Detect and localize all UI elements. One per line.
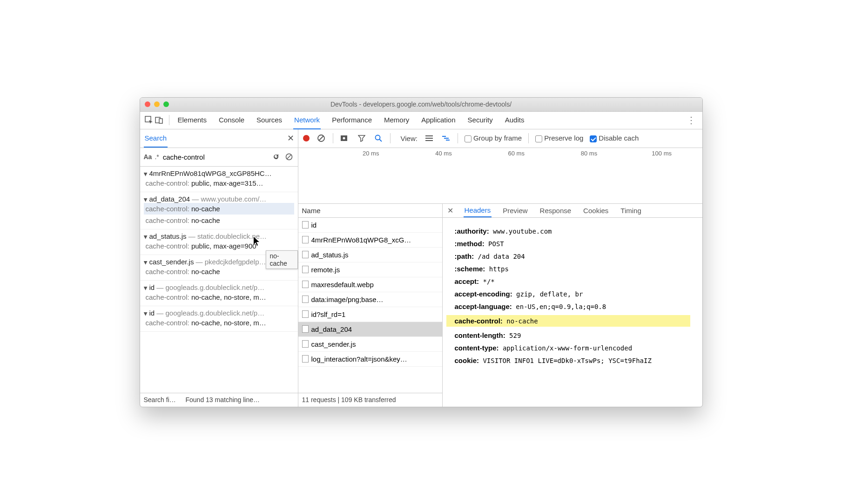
titlebar: DevTools - developers.google.com/web/too…	[140, 98, 702, 112]
group-by-frame-checkbox[interactable]: Group by frame	[465, 134, 522, 142]
header-row[interactable]: cookie: VISITOR_INFO1_LIVE=dDk0-xTswPs; …	[455, 356, 690, 364]
close-details-icon[interactable]: ✕	[447, 206, 453, 215]
header-row[interactable]: :authority: www.youtube.com	[455, 227, 690, 235]
panel-tab-application[interactable]: Application	[420, 111, 456, 129]
details-tab-response[interactable]: Response	[539, 204, 573, 217]
more-icon[interactable]: ⋮	[684, 114, 699, 126]
search-result-line[interactable]: cache-control: no-cache, no-store, m…	[144, 291, 294, 303]
file-icon	[302, 266, 309, 273]
network-timeline[interactable]: 20 ms40 ms60 ms80 ms100 ms	[298, 148, 702, 204]
filter-icon[interactable]	[357, 133, 367, 143]
request-row[interactable]: data:image/png;base…	[298, 292, 442, 307]
panel-tab-sources[interactable]: Sources	[256, 111, 283, 129]
header-value: no-cache	[503, 317, 538, 325]
header-value: application/x-www-form-urlencoded	[499, 344, 633, 352]
search-tab-label[interactable]: Search	[144, 129, 168, 148]
search-result-group[interactable]: id — googleads.g.doubleclick.net/p…cache…	[140, 306, 298, 332]
devtools-toolbar: ElementsConsoleSourcesNetworkPerformance…	[140, 112, 702, 129]
device-toolbar-icon[interactable]	[154, 115, 164, 125]
search-result-line[interactable]: cache-control: no-cache, no-store, m…	[144, 317, 294, 329]
request-row[interactable]: id?slf_rd=1	[298, 307, 442, 322]
search-result-line[interactable]: cache-control: public, max-age=315…	[144, 177, 294, 189]
request-name: ad_status.js	[311, 251, 349, 259]
search-result-line[interactable]: cache-control: no-cache	[144, 203, 294, 215]
header-value: VISITOR_INFO1_LIVE=dDk0-xTswPs; YSC=t9Fh…	[479, 357, 652, 364]
request-row[interactable]: remote.js	[298, 262, 442, 277]
request-name: 4mrRnEPnWo81qWPG8_xcG…	[311, 236, 411, 244]
header-row[interactable]: accept-encoding: gzip, deflate, br	[455, 290, 690, 298]
screenshot-icon[interactable]	[340, 133, 350, 143]
search-result-file[interactable]: ad_data_204 — www.youtube.com/…	[144, 195, 294, 203]
timeline-tick: 100 ms	[652, 150, 672, 157]
refresh-icon[interactable]	[271, 152, 281, 162]
request-list-header[interactable]: Name	[298, 204, 442, 218]
clear-network-icon[interactable]	[316, 133, 326, 143]
search-result-line[interactable]: cache-control: no-cache	[144, 215, 294, 226]
search-icon[interactable]	[373, 133, 384, 143]
details-tabs: ✕ HeadersPreviewResponseCookiesTiming	[443, 204, 702, 218]
panel-tab-network[interactable]: Network	[293, 111, 321, 129]
panel-tab-performance[interactable]: Performance	[331, 111, 373, 129]
network-search-drawer: Search ✕ Aa .* 4mrRnEPnWo81qWPG8_xcGP85H…	[140, 129, 298, 407]
search-result-group[interactable]: ad_data_204 — www.youtube.com/…cache-con…	[140, 192, 298, 229]
header-row[interactable]: cache-control: no-cache	[446, 315, 690, 327]
inspect-element-icon[interactable]	[144, 115, 154, 125]
search-result-group[interactable]: id — googleads.g.doubleclick.net/p…cache…	[140, 281, 298, 306]
request-row[interactable]: ad_status.js	[298, 248, 442, 262]
file-icon	[302, 310, 309, 318]
search-result-file[interactable]: id — googleads.g.doubleclick.net/p…	[144, 309, 294, 317]
large-rows-icon[interactable]	[424, 133, 434, 143]
header-row[interactable]: content-type: application/x-www-form-url…	[455, 344, 690, 352]
header-row[interactable]: :scheme: https	[455, 265, 690, 273]
timeline-tick: 80 ms	[581, 150, 597, 157]
request-details: ✕ HeadersPreviewResponseCookiesTiming :a…	[443, 204, 702, 407]
match-case-toggle[interactable]: Aa	[144, 153, 152, 161]
details-tab-preview[interactable]: Preview	[502, 204, 528, 217]
timeline-tick: 20 ms	[363, 150, 379, 157]
request-row[interactable]: log_interaction?alt=json&key…	[298, 352, 442, 367]
regex-toggle[interactable]: .*	[155, 153, 159, 161]
details-tab-timing[interactable]: Timing	[620, 204, 642, 217]
search-result-file[interactable]: 4mrRnEPnWo81qWPG8_xcGP85HC…	[144, 169, 294, 177]
waterfall-view-icon[interactable]	[441, 133, 451, 143]
search-input[interactable]	[162, 151, 268, 162]
header-key: cache-control:	[455, 317, 503, 325]
svg-line-4	[287, 155, 291, 159]
header-row[interactable]: content-length: 529	[455, 331, 690, 339]
request-row[interactable]: 4mrRnEPnWo81qWPG8_xcG…	[298, 233, 442, 248]
header-key: :method:	[455, 240, 485, 248]
panel-tab-elements[interactable]: Elements	[177, 111, 208, 129]
record-button[interactable]	[303, 135, 310, 141]
clear-icon[interactable]	[284, 152, 294, 162]
search-results: 4mrRnEPnWo81qWPG8_xcGP85HC…cache-control…	[140, 167, 298, 393]
header-key: accept-language:	[455, 302, 512, 310]
details-tab-cookies[interactable]: Cookies	[582, 204, 609, 217]
svg-point-8	[343, 137, 345, 140]
close-icon[interactable]: ✕	[287, 133, 294, 143]
file-icon	[302, 221, 309, 228]
header-row[interactable]: :path: /ad_data_204	[455, 252, 690, 260]
header-row[interactable]: :method: POST	[455, 240, 690, 248]
search-result-file[interactable]: id — googleads.g.doubleclick.net/p…	[144, 283, 294, 291]
request-row[interactable]: ad_data_204	[298, 322, 442, 337]
panel-tab-security[interactable]: Security	[467, 111, 494, 129]
preserve-log-checkbox[interactable]: Preserve log	[535, 134, 583, 142]
header-row[interactable]: accept-language: en-US,en;q=0.9,la;q=0.8	[455, 302, 690, 310]
request-row[interactable]: cast_sender.js	[298, 337, 442, 352]
file-icon	[302, 340, 309, 348]
panel-tab-audits[interactable]: Audits	[504, 111, 525, 129]
search-result-file[interactable]: ad_status.js — static.doubleclick.ne…	[144, 232, 294, 240]
search-result-group[interactable]: 4mrRnEPnWo81qWPG8_xcGP85HC…cache-control…	[140, 167, 298, 192]
panel-tab-memory[interactable]: Memory	[383, 111, 410, 129]
request-row[interactable]: id	[298, 218, 442, 233]
request-name: remote.js	[311, 266, 340, 274]
request-rows: id4mrRnEPnWo81qWPG8_xcG…ad_status.jsremo…	[298, 218, 442, 393]
header-key: content-type:	[455, 344, 499, 352]
file-icon	[302, 355, 309, 363]
panel-tab-console[interactable]: Console	[218, 111, 245, 129]
request-row[interactable]: maxresdefault.webp	[298, 277, 442, 292]
details-tab-headers[interactable]: Headers	[464, 204, 492, 217]
header-key: :authority:	[455, 227, 489, 235]
header-row[interactable]: accept: */*	[455, 277, 690, 285]
disable-cache-checkbox[interactable]: Disable cach	[590, 134, 639, 142]
